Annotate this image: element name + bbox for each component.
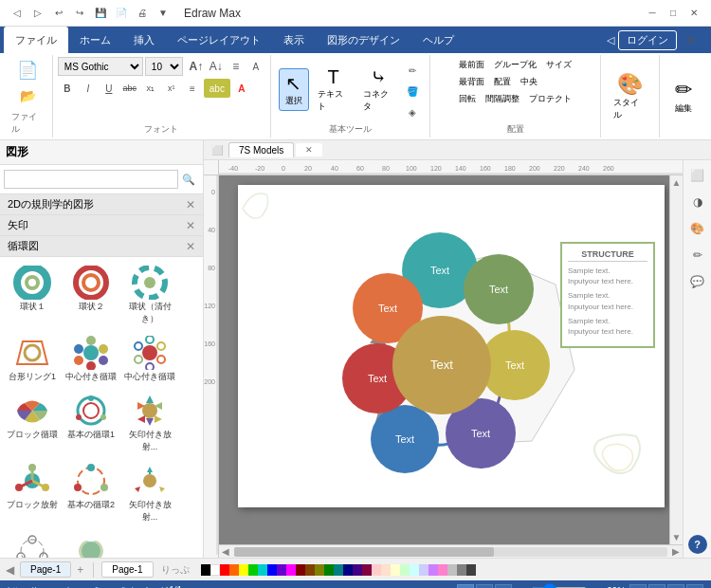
shape-item-trapring[interactable]: 台形リング1 <box>4 331 61 387</box>
group-btn[interactable]: グループ化 <box>490 57 540 73</box>
undo-button[interactable]: ↩ <box>49 4 68 23</box>
list-btn[interactable]: ≡ <box>183 79 202 98</box>
connector-tool-btn[interactable]: ⤷ コネクタ <box>358 63 400 116</box>
forward-button[interactable]: ▷ <box>28 4 47 23</box>
settings-icon[interactable]: ⚙ <box>681 30 700 49</box>
color-lightpink[interactable] <box>372 564 381 576</box>
color-darkgreen[interactable] <box>324 564 334 576</box>
color-brown[interactable] <box>305 564 315 576</box>
scroll-left-btn[interactable]: ◀ <box>219 546 232 557</box>
spacing-btn[interactable]: 間隔調整 <box>482 91 523 107</box>
shape-item-shape1[interactable]: 図形 <box>4 529 61 558</box>
more-button[interactable]: ▼ <box>154 4 173 23</box>
italic-btn[interactable]: I <box>79 79 98 98</box>
page-tab-1[interactable]: Page-1 <box>20 561 71 578</box>
shape-item-ring3[interactable]: 環状（清付き） <box>121 261 178 329</box>
shape-item-block1[interactable]: ブロック循環 <box>4 389 61 457</box>
color-white[interactable] <box>210 564 220 576</box>
shape-item-basic1[interactable]: 基本の循環1 <box>63 389 119 457</box>
tab-help[interactable]: ヘルプ <box>411 27 465 53</box>
color-lavender[interactable] <box>419 564 428 576</box>
scroll-up-btn[interactable]: ▲ <box>670 175 683 190</box>
category-arrows[interactable]: 矢印 ✕ <box>0 215 203 236</box>
category-2d-shapes[interactable]: 2Dの規則学的図形 ✕ <box>0 194 203 215</box>
color-blue[interactable] <box>267 564 277 576</box>
shape-item-basic2[interactable]: 基本の循環2 <box>63 459 119 527</box>
minimize-button[interactable]: ─ <box>643 4 662 23</box>
right-panel-btn5[interactable]: 💬 <box>686 270 709 293</box>
right-panel-btn2[interactable]: ◑ <box>686 191 709 213</box>
shapes-search-button[interactable]: 🔍 <box>178 169 199 190</box>
strikethrough-btn[interactable]: abc <box>120 79 139 98</box>
color-gray[interactable] <box>457 564 466 576</box>
shape-item-arrow1[interactable]: 矢印付き放射... <box>121 389 178 457</box>
color-silver[interactable] <box>447 564 457 576</box>
bold-btn[interactable]: B <box>58 79 77 98</box>
align-arrange-btn[interactable]: 配置 <box>490 74 515 90</box>
color-maroon[interactable] <box>362 564 372 576</box>
gradient-btn[interactable]: ◈ <box>403 102 422 121</box>
redo-button[interactable]: ↪ <box>70 4 89 23</box>
front-btn[interactable]: 最前面 <box>455 57 488 73</box>
right-panel-btn6[interactable]: ? <box>688 535 707 554</box>
highlight-btn[interactable]: abc <box>204 79 230 98</box>
color-purple[interactable] <box>277 564 286 576</box>
view-btn2[interactable] <box>476 584 493 588</box>
tab-file[interactable]: ファイル <box>4 27 68 53</box>
shape-item-ring2[interactable]: 環状２ <box>63 261 119 329</box>
new-button[interactable]: 📄 <box>112 4 131 23</box>
subscript-btn[interactable]: x₁ <box>141 79 160 98</box>
zoom-plus-btn[interactable]: ＋ <box>592 583 603 589</box>
color-green[interactable] <box>248 564 258 576</box>
color-darkred[interactable] <box>296 564 305 576</box>
tab-pagelayout[interactable]: ページレイアウト <box>166 27 272 53</box>
color-navy[interactable] <box>343 564 353 576</box>
login-button[interactable]: ログイン <box>618 30 677 50</box>
shapes-search-input[interactable] <box>4 170 178 189</box>
center-btn[interactable]: 中央 <box>517 74 541 90</box>
scroll-right-btn[interactable]: ▶ <box>669 546 683 557</box>
color-lightpurple[interactable] <box>428 564 438 576</box>
color-teal[interactable] <box>258 564 267 576</box>
font-family-select[interactable]: MS Gothic <box>58 57 143 76</box>
open-file-button[interactable]: 📂 <box>12 85 43 106</box>
shape-item-center1[interactable]: 中心付き循環 <box>63 331 119 387</box>
back-button[interactable]: ◁ <box>8 4 27 23</box>
print-button[interactable]: 🖨 <box>133 4 152 23</box>
scroll-down-btn[interactable]: ▼ <box>670 530 683 544</box>
color-red[interactable] <box>220 564 229 576</box>
view-btn6[interactable] <box>667 584 684 588</box>
view-btn7[interactable] <box>686 584 703 588</box>
canvas-tab-7smodels[interactable]: 7S Models <box>228 142 294 157</box>
tab-home[interactable]: ホーム <box>68 27 122 53</box>
hscrollbar[interactable]: ◀ ▶ <box>219 544 683 558</box>
tab-insert[interactable]: 挿入 <box>122 27 166 53</box>
view-btn3[interactable] <box>495 584 512 588</box>
right-panel-btn3[interactable]: 🎨 <box>686 217 709 240</box>
vscrollbar[interactable]: ▲ ▼ <box>669 175 683 544</box>
page-tab-1b[interactable]: Page-1 <box>101 561 153 578</box>
tab-shape-design[interactable]: 図形のデザイン <box>316 27 411 53</box>
page-nav-back[interactable]: ◀ <box>4 563 16 577</box>
zoom-minus-btn[interactable]: － <box>516 583 527 589</box>
shape-item-blockrad[interactable]: ブロック放射 <box>4 459 61 527</box>
tab-view[interactable]: 表示 <box>272 27 316 53</box>
text-tool-btn[interactable]: T テキスト <box>313 64 355 116</box>
color-orange[interactable] <box>229 564 239 576</box>
align-btn[interactable]: ≡ <box>227 57 246 76</box>
view-btn1[interactable] <box>457 584 474 588</box>
font-size-select[interactable]: 10 <box>145 57 183 76</box>
color-darkgray[interactable] <box>466 564 476 576</box>
edit-btn[interactable]: ✏ 編集 <box>668 75 699 118</box>
color-yellow[interactable] <box>239 564 248 576</box>
protect-btn[interactable]: プロテクト <box>525 91 575 107</box>
page-scroll[interactable]: りっぷ <box>161 563 190 577</box>
color-hotpink[interactable] <box>438 564 447 576</box>
view-btn5[interactable] <box>648 584 665 588</box>
save-button[interactable]: 💾 <box>91 4 110 23</box>
fill-btn[interactable]: 🪣 <box>403 82 422 101</box>
color-darkteal[interactable] <box>334 564 343 576</box>
canvas-content-area[interactable]: Text Text Text Text <box>219 175 683 544</box>
font-increase-btn[interactable]: A↑ <box>187 57 206 76</box>
color-olive[interactable] <box>315 564 324 576</box>
